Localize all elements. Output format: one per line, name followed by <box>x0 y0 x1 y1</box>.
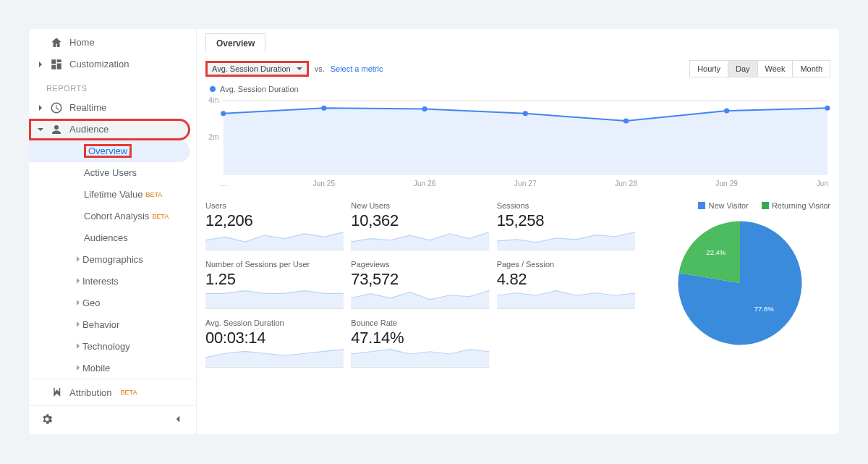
nav-home[interactable]: Home <box>29 32 196 54</box>
metric-label: New Users <box>351 201 489 210</box>
sparkline <box>497 290 635 309</box>
metric-sessions[interactable]: Sessions 15,258 <box>497 201 635 253</box>
metric-pages-session[interactable]: Pages / Session 4.82 <box>497 260 635 311</box>
sparkline <box>351 349 489 368</box>
range-hourly[interactable]: Hourly <box>689 60 728 77</box>
svg-point-9 <box>624 119 629 124</box>
svg-text:2m: 2m <box>208 133 218 141</box>
nav-realtime-label: Realtime <box>69 102 106 113</box>
metric-label: Bounce Rate <box>351 319 489 327</box>
nav-home-label: Home <box>69 37 95 48</box>
sparkline <box>205 349 344 368</box>
dashboard-icon <box>49 58 64 71</box>
line-chart: Avg. Session Duration 2m4m…Jun 25Jun 26J… <box>197 85 839 193</box>
pie-chart-svg: 77.6%22.4% <box>671 214 809 352</box>
metric-value: 73,572 <box>351 270 489 289</box>
nav-behavior[interactable]: Behavior <box>29 313 196 335</box>
nav-interests[interactable]: Interests <box>29 270 196 292</box>
svg-point-8 <box>523 111 528 116</box>
pie-legend: New Visitor Returning Visitor <box>650 201 830 210</box>
sparkline <box>497 232 635 250</box>
tab-bar: Overview <box>197 29 839 53</box>
vs-label: vs. <box>315 64 325 73</box>
svg-text:…: … <box>220 180 227 187</box>
legend-new: New Visitor <box>698 201 748 210</box>
range-month[interactable]: Month <box>793 60 830 77</box>
square-icon <box>762 202 769 209</box>
controls-row: Avg. Session Duration vs. Select a metri… <box>197 53 839 85</box>
nav-lifetime-value[interactable]: Lifetime ValueBETA <box>29 184 196 206</box>
sidebar: Home Customization REPORTS Realtime Audi… <box>29 29 197 434</box>
metric-value: 4.82 <box>497 270 635 289</box>
nav-geo[interactable]: Geo <box>29 292 196 313</box>
metrics-grid: Users 12,206 New Users 10,362 Sessions 1… <box>205 201 635 370</box>
legend-returning: Returning Visitor <box>762 201 830 210</box>
app-frame: Home Customization REPORTS Realtime Audi… <box>29 29 839 434</box>
svg-text:Jun 27: Jun 27 <box>514 180 537 187</box>
svg-text:77.6%: 77.6% <box>754 305 774 313</box>
nav-overview-label: Overview <box>84 144 132 158</box>
metric-number-of-sessions-per-user[interactable]: Number of Sessions per User 1.25 <box>205 260 344 311</box>
sparkline <box>351 232 489 250</box>
sparkline <box>351 290 489 309</box>
legend-dot-icon <box>210 86 216 92</box>
attribution-icon <box>49 386 64 399</box>
nav-technology[interactable]: Technology <box>29 335 196 357</box>
svg-text:Jun 30: Jun 30 <box>816 180 830 187</box>
metric-value: 00:03:14 <box>205 329 344 347</box>
range-day[interactable]: Day <box>728 60 758 77</box>
nav-customization-label: Customization <box>69 59 129 69</box>
nav-overview[interactable]: Overview <box>29 140 190 162</box>
nav-audiences[interactable]: Audiences <box>29 227 196 249</box>
svg-point-11 <box>825 106 830 111</box>
metric-label: Avg. Session Duration <box>205 319 344 327</box>
chevron-left-icon <box>171 413 184 426</box>
metric-label: Pageviews <box>351 260 489 269</box>
pie-panel: New Visitor Returning Visitor 77.6%22.4% <box>650 201 830 370</box>
collapse-sidebar-button[interactable] <box>171 413 184 428</box>
metric-label: Pages / Session <box>497 260 635 269</box>
sparkline <box>205 290 344 309</box>
svg-text:Jun 28: Jun 28 <box>615 180 637 187</box>
metric-pageviews[interactable]: Pageviews 73,572 <box>351 260 489 311</box>
chart-legend: Avg. Session Duration <box>210 85 830 93</box>
tab-overview[interactable]: Overview <box>205 33 265 53</box>
metric-value: 1.25 <box>205 270 344 289</box>
metric-label: Sessions <box>497 201 635 210</box>
nav-attribution-label: Attribution <box>69 387 112 398</box>
metric-users[interactable]: Users 12,206 <box>205 201 344 253</box>
svg-point-7 <box>422 106 427 111</box>
svg-text:4m: 4m <box>208 96 218 104</box>
svg-text:22.4%: 22.4% <box>706 248 726 256</box>
settings-button[interactable] <box>41 413 54 428</box>
svg-text:Jun 25: Jun 25 <box>312 180 335 187</box>
metric-avg-session-duration[interactable]: Avg. Session Duration 00:03:14 <box>205 319 344 370</box>
metric-dropdown[interactable]: Avg. Session Duration <box>205 61 309 77</box>
metric-bounce-rate[interactable]: Bounce Rate 47.14% <box>351 319 489 370</box>
line-chart-svg: 2m4m…Jun 25Jun 26Jun 27Jun 28Jun 29Jun 3… <box>205 96 830 190</box>
nav-active-users[interactable]: Active Users <box>29 162 196 184</box>
nav-mobile[interactable]: Mobile <box>29 357 196 379</box>
nav-demographics[interactable]: Demographics <box>29 248 196 270</box>
metric-value: 47.14% <box>351 329 489 347</box>
metrics-and-pie: Users 12,206 New Users 10,362 Sessions 1… <box>197 193 839 379</box>
svg-point-5 <box>221 111 226 116</box>
square-icon <box>698 202 705 209</box>
sidebar-bottom: AttributionBETA <box>29 379 196 434</box>
metric-label: Number of Sessions per User <box>205 260 344 269</box>
select-metric-link[interactable]: Select a metric <box>331 64 383 73</box>
main-panel: Overview Avg. Session Duration vs. Selec… <box>197 29 839 434</box>
sparkline <box>205 232 344 250</box>
svg-text:Jun 29: Jun 29 <box>715 180 738 187</box>
person-icon <box>49 123 64 136</box>
nav-cohort[interactable]: Cohort AnalysisBETA <box>29 206 196 227</box>
range-week[interactable]: Week <box>758 60 793 77</box>
nav-audience[interactable]: Audience <box>29 119 190 140</box>
nav-customization[interactable]: Customization <box>29 54 196 75</box>
gear-icon <box>41 413 54 426</box>
nav-realtime[interactable]: Realtime <box>29 97 196 119</box>
clock-icon <box>49 101 64 114</box>
caret-down-icon <box>38 127 43 132</box>
nav-attribution[interactable]: AttributionBETA <box>29 379 196 405</box>
metric-new-users[interactable]: New Users 10,362 <box>351 201 489 253</box>
